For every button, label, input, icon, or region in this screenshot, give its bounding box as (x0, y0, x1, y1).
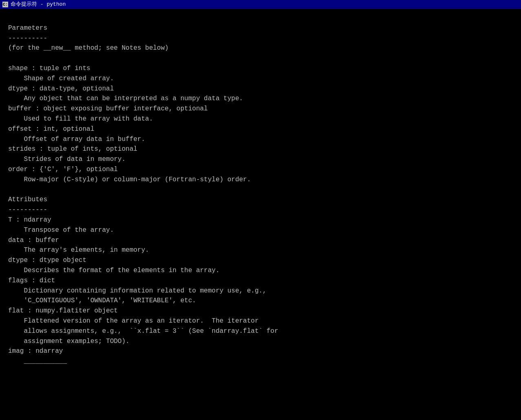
title-bar: C: 命令提示符 - python (0, 0, 521, 9)
terminal-content: Parameters----------(for the __new__ met… (0, 9, 521, 371)
terminal-line: Used to fill the array with data. (8, 114, 513, 124)
terminal-line: order : {'C', 'F'}, optional (8, 165, 513, 175)
terminal-line: Transpose of the array. (8, 225, 513, 235)
title-bar-icon: C: (2, 2, 8, 7)
terminal-line: Strides of data in memory. (8, 154, 513, 165)
terminal-line: data : buffer (8, 235, 513, 246)
terminal-line: flags : dict (8, 276, 513, 286)
terminal-line: imag : ndarray (8, 346, 513, 356)
terminal-line: assignment examples; TODO). (8, 336, 513, 347)
terminal-line: allows assignments, e.g., ``x.flat = 3``… (8, 326, 513, 336)
terminal-line: ___________ (8, 356, 513, 367)
terminal-line: Flattened version of the array as an ite… (8, 316, 513, 326)
terminal-line: Row-major (C-style) or column-major (For… (8, 175, 513, 185)
terminal-line: offset : int, optional (8, 124, 513, 134)
terminal-line: buffer : object exposing buffer interfac… (8, 104, 513, 114)
terminal-line (8, 53, 513, 64)
terminal-line: ---------- (8, 205, 513, 215)
terminal-line: shape : tuple of ints (8, 64, 513, 74)
title-bar-text: 命令提示符 - python (11, 0, 66, 9)
terminal-line: Any object that can be interpreted as a … (8, 94, 513, 104)
terminal-line: dtype : data-type, optional (8, 84, 513, 94)
terminal-line: ---------- (8, 33, 513, 44)
terminal-line: (for the __new__ method; see Notes below… (8, 43, 513, 53)
terminal-line (8, 185, 513, 195)
terminal-line: Offset of array data in buffer. (8, 134, 513, 145)
terminal-line: Shape of created array. (8, 74, 513, 84)
terminal-line: dtype : dtype object (8, 255, 513, 266)
terminal-line: strides : tuple of ints, optional (8, 144, 513, 154)
terminal-line: The array's elements, in memory. (8, 245, 513, 255)
terminal-line: Dictionary containing information relate… (8, 286, 513, 296)
terminal-line: 'C_CONTIGUOUS', 'OWNDATA', 'WRITEABLE', … (8, 296, 513, 306)
terminal-line: Parameters (8, 23, 513, 33)
terminal-line: Attributes (8, 195, 513, 205)
terminal-line: T : ndarray (8, 215, 513, 225)
terminal-line: Describes the format of the elements in … (8, 266, 513, 276)
terminal-line: flat : numpy.flatiter object (8, 306, 513, 316)
